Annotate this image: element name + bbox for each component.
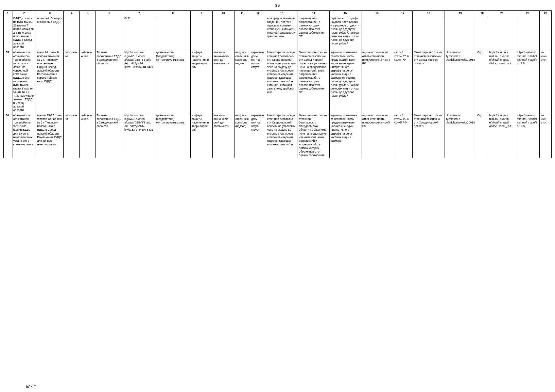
- header-col-14: 14: [298, 11, 329, 16]
- header-col-15: 15: [329, 11, 361, 16]
- cell-cont-14: разрешений и аккредитаций , в рамках кот…: [298, 16, 329, 50]
- cell-cont-5: [79, 16, 95, 50]
- cell-cont-17: [393, 16, 413, 50]
- cell-56-3: пункты 25-27 главы 9 прило-жение-ния № 2…: [36, 113, 64, 158]
- cell-55-3: пункт 24 главы 8 прило-жение-ния № 2 к Т…: [36, 50, 64, 113]
- cell-55-9: в сфере защиты населе-ния и терри-тории …: [191, 50, 213, 113]
- cell-55-4: пос-тоян-но: [64, 50, 80, 113]
- header-col-21: 21: [488, 11, 516, 16]
- cell-cont-21: [488, 16, 516, 50]
- header-col-1: 1: [4, 11, 12, 16]
- page-number: 35: [3, 3, 552, 8]
- row-num-55: 55.: [4, 50, 12, 113]
- cell-55-8: деятельность, (бездействие) контролируе-…: [155, 50, 191, 113]
- cell-cont-23: [540, 16, 552, 50]
- cell-55-13: Министер-ство обще-ственной безопасно-ст…: [266, 50, 298, 113]
- table-row-55: 55. обязан-ность объекта кон-троля обесп…: [4, 50, 552, 113]
- cell-55-21: https://s ecurity. midural. ru/articl e/…: [488, 50, 516, 113]
- header-col-8: 8: [155, 11, 191, 16]
- cell-55-6: Типовое положение о ЕДДС в Свердлов-ской…: [95, 50, 123, 113]
- header-col-5: 5: [79, 11, 95, 16]
- table-row-56: 56. обязан-ность объекта кон-троля обесп…: [4, 113, 552, 158]
- cell-cont-13: или предо-ставление сведений, подтвер-жд…: [266, 16, 298, 50]
- cell-56-13: Министер-ство обще-ственной безопасно-ст…: [266, 113, 298, 158]
- cell-56-20: Суд: [476, 113, 488, 158]
- header-col-11: 11: [234, 11, 250, 16]
- cell-55-22: https://s ecurity. midural. ru/articl e/…: [516, 50, 540, 113]
- header-col-6: 6: [95, 11, 123, 16]
- cell-cont-3: областей. Электро-снабже-ние ЕДДС: [36, 16, 64, 50]
- row-num-56: 56.: [4, 113, 12, 158]
- bottom-label: bOK E: [26, 385, 36, 389]
- cell-cont-9: [191, 16, 213, 50]
- cell-55-7: http://w ww.prav o.gov66. ru/medi a/prav…: [123, 50, 155, 113]
- header-col-3: 3: [36, 11, 64, 16]
- cell-55-18: Министер-ство обще-ственной безопасно-ст…: [413, 50, 444, 113]
- cell-cont-2: ЕДДС, соглас-но пунк-там 22, 23 гла-вы 7…: [12, 16, 36, 50]
- header-col-20: 20: [476, 11, 488, 16]
- table-row-continuation: ЕДДС, соглас-но пунк-там 22, 23 гла-вы 7…: [4, 16, 552, 50]
- cell-55-12: пере-чень доку-ментов отсут-ствует: [250, 50, 266, 113]
- header-col-18: 18: [413, 11, 444, 16]
- cell-56-22: https://s ecurity. midural. ru/articl e/…: [516, 113, 540, 158]
- cell-56-4: пос-тоян-но: [64, 113, 80, 158]
- header-col-10: 10: [213, 11, 234, 16]
- cell-55-19: https://secur ity.midural.r u/article/sh…: [444, 50, 476, 113]
- header-row: 1 2 3 4 5 6 7 8 9 10 11 12 13 14 15 16 1…: [4, 11, 552, 16]
- cell-cont-18: [413, 16, 444, 50]
- cell-55-15: админи-стратив-ная от-ветствен-ность пре…: [329, 50, 361, 113]
- header-col-7: 7: [123, 11, 155, 16]
- cell-cont-10: [213, 16, 234, 50]
- header-col-12: 12: [250, 11, 266, 16]
- cell-cont-20: [476, 16, 488, 50]
- cell-55-16: администра-тивная ответ-ственность, пред…: [361, 50, 393, 113]
- cell-cont-4: [64, 16, 80, 50]
- cell-56-19: https://secur ity.midural.r u/article/sh…: [444, 113, 476, 158]
- cell-55-20: Суд: [476, 50, 488, 113]
- cell-56-23: не име-ется: [540, 113, 552, 158]
- cell-cont-6: [95, 16, 123, 50]
- cell-cont-1: [4, 16, 12, 50]
- page-container: 35 1: [0, 0, 555, 392]
- cell-56-5: действу-ющее: [79, 113, 95, 158]
- cell-56-9: в сфере защиты населе-ния и терри-тории …: [191, 113, 213, 158]
- cell-56-8: деятельность, (бездействие) контролируе-…: [155, 113, 191, 158]
- cell-cont-7: 8421: [123, 16, 155, 50]
- cell-cont-8: [155, 16, 191, 50]
- cell-cont-15: стратив-ного штрафа на долж-ностных лиц …: [329, 16, 361, 50]
- cell-56-17: часть 1 статьи 20.6 Ко-АП РФ: [393, 113, 413, 158]
- cell-56-15: админи-стратив-ная от-ветствен-ность пре…: [329, 113, 361, 158]
- header-col-4: 4: [64, 11, 80, 16]
- cell-55-23: не име-ется: [540, 50, 552, 113]
- header-col-19: 19: [444, 11, 476, 16]
- cell-cont-12: [250, 16, 266, 50]
- cell-56-21: https://s ecurity. midural. ru/articl e/…: [488, 113, 516, 158]
- header-col-22: 22: [516, 11, 540, 16]
- cell-55-11: государ-ствен-ный контроль (надзор): [234, 50, 250, 113]
- cell-56-2: обязан-ность объекта кон-троля обеспе-чи…: [12, 113, 36, 158]
- cell-cont-19: [444, 16, 476, 50]
- header-col-2: 2: [12, 11, 36, 16]
- cell-56-18: Министер-ство обще-ственной безопасно-ст…: [413, 113, 444, 158]
- cell-56-6: Типовое положение о ЕДДС в Свердлов-ской…: [95, 113, 123, 158]
- cell-56-16: администра-тивная ответ-ственность, пред…: [361, 113, 393, 158]
- cell-56-11: государ-ствен-ный контроль (надзор): [234, 113, 250, 158]
- cell-cont-11: [234, 16, 250, 50]
- header-col-9: 9: [191, 11, 213, 16]
- cell-56-14: Министер-ство обще-ственной безопасности…: [298, 113, 329, 158]
- cell-55-2: обязан-ность объекта кон-троля обеспе-чи…: [12, 50, 36, 113]
- cell-55-5: действу-ющее: [79, 50, 95, 113]
- cell-56-7: http://w ww.prav o.gov66. ru/medi a/prav…: [123, 113, 155, 158]
- main-table: 1 2 3 4 5 6 7 8 9 10 11 12 13 14 15 16 1…: [3, 10, 552, 158]
- cell-56-10: все виды эконо-миче-ской де-ятельно-сти: [213, 113, 234, 158]
- cell-55-17: часть 1 статьи 20.6 КоАП РФ: [393, 50, 413, 113]
- header-col-17: 17: [393, 11, 413, 16]
- cell-56-12: пере-чень доку-ментов отсут-ствует: [250, 113, 266, 158]
- cell-cont-16: [361, 16, 393, 50]
- header-col-16: 16: [361, 11, 393, 16]
- header-col-13: 13: [266, 11, 298, 16]
- cell-55-14: Министер-ство обще-ственной безопасно-ст…: [298, 50, 329, 113]
- header-col-23: 23: [540, 11, 552, 16]
- cell-cont-22: [516, 16, 540, 50]
- cell-55-10: все виды эконо-миче-ской де-ятельно-сти: [213, 50, 234, 113]
